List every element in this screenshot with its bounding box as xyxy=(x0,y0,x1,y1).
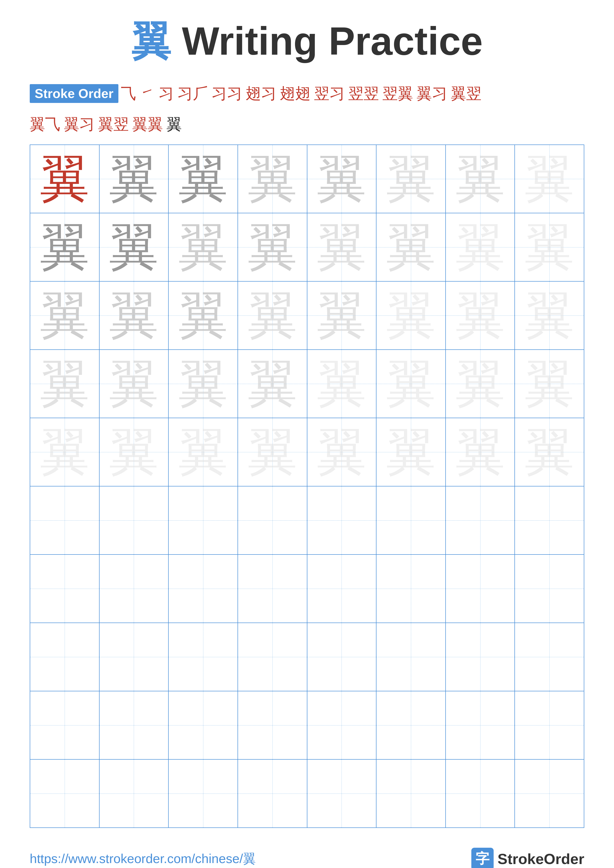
empty-cell-6-5[interactable] xyxy=(307,487,377,554)
empty-cell-8-3[interactable] xyxy=(169,623,238,691)
empty-cell-9-2[interactable] xyxy=(99,691,169,759)
grid-cell-3-7[interactable]: 翼 xyxy=(446,282,515,349)
empty-cell-10-8[interactable] xyxy=(515,760,584,828)
stroke-step-12: 翼翌 xyxy=(451,83,482,104)
empty-cell-7-3[interactable] xyxy=(169,555,238,623)
grid-cell-4-3[interactable]: 翼 xyxy=(169,350,238,418)
empty-cell-9-4[interactable] xyxy=(238,691,307,759)
empty-cell-10-6[interactable] xyxy=(376,760,446,828)
empty-cell-9-6[interactable] xyxy=(376,691,446,759)
practice-char: 翼 xyxy=(109,359,159,409)
grid-cell-1-8[interactable]: 翼 xyxy=(515,145,584,213)
empty-cell-6-4[interactable] xyxy=(238,487,307,554)
stroke-step-5: 习习 xyxy=(211,83,242,104)
grid-cell-3-5[interactable]: 翼 xyxy=(307,282,377,349)
empty-cell-9-5[interactable] xyxy=(307,691,377,759)
stroke-sequence-row1: ⺄ ㇀ 习 习⺁ 习习 翅习 翅翅 翌习 翌翌 翌翼 翼习 翼翌 xyxy=(121,83,482,104)
practice-char: 翼 xyxy=(317,427,366,477)
stroke-order-section: Stroke Order ⺄ ㇀ 习 习⺁ 习习 翅习 翅翅 翌习 翌翌 翌翼 … xyxy=(30,83,584,104)
empty-cell-10-7[interactable] xyxy=(446,760,515,828)
empty-cell-7-7[interactable] xyxy=(446,555,515,623)
grid-cell-3-4[interactable]: 翼 xyxy=(238,282,307,349)
stroke-sequence-row2: 翼⺄ 翼习 翼翌 翼翼 翼 xyxy=(30,114,584,135)
grid-cell-3-3[interactable]: 翼 xyxy=(169,282,238,349)
empty-cell-6-2[interactable] xyxy=(99,487,169,554)
grid-cell-3-1[interactable]: 翼 xyxy=(30,282,99,349)
empty-cell-7-8[interactable] xyxy=(515,555,584,623)
grid-cell-5-4[interactable]: 翼 xyxy=(238,418,307,486)
practice-char: 翼 xyxy=(109,154,159,204)
footer-url[interactable]: https://www.strokeorder.com/chinese/翼 xyxy=(30,850,256,868)
empty-cell-7-4[interactable] xyxy=(238,555,307,623)
empty-cell-10-5[interactable] xyxy=(307,760,377,828)
empty-cell-8-6[interactable] xyxy=(376,623,446,691)
grid-cell-1-3[interactable]: 翼 xyxy=(169,145,238,213)
grid-cell-5-6[interactable]: 翼 xyxy=(376,418,446,486)
grid-cell-4-4[interactable]: 翼 xyxy=(238,350,307,418)
grid-cell-5-7[interactable]: 翼 xyxy=(446,418,515,486)
empty-cell-6-8[interactable] xyxy=(515,487,584,554)
grid-cell-5-5[interactable]: 翼 xyxy=(307,418,377,486)
empty-cell-9-1[interactable] xyxy=(30,691,99,759)
empty-cell-6-7[interactable] xyxy=(446,487,515,554)
grid-cell-5-8[interactable]: 翼 xyxy=(515,418,584,486)
grid-cell-1-5[interactable]: 翼 xyxy=(307,145,377,213)
grid-cell-2-3[interactable]: 翼 xyxy=(169,213,238,281)
grid-row-8 xyxy=(30,623,584,691)
grid-cell-1-2[interactable]: 翼 xyxy=(99,145,169,213)
empty-cell-8-8[interactable] xyxy=(515,623,584,691)
grid-cell-3-8[interactable]: 翼 xyxy=(515,282,584,349)
grid-cell-2-1[interactable]: 翼 xyxy=(30,213,99,281)
stroke-step-8: 翌习 xyxy=(314,83,345,104)
stroke-step-11: 翼习 xyxy=(417,83,447,104)
grid-cell-2-5[interactable]: 翼 xyxy=(307,213,377,281)
empty-cell-8-5[interactable] xyxy=(307,623,377,691)
grid-cell-5-1[interactable]: 翼 xyxy=(30,418,99,486)
grid-cell-2-7[interactable]: 翼 xyxy=(446,213,515,281)
grid-cell-3-2[interactable]: 翼 xyxy=(99,282,169,349)
grid-cell-4-7[interactable]: 翼 xyxy=(446,350,515,418)
grid-cell-4-5[interactable]: 翼 xyxy=(307,350,377,418)
empty-cell-9-3[interactable] xyxy=(169,691,238,759)
empty-cell-8-2[interactable] xyxy=(99,623,169,691)
grid-row-5: 翼 翼 翼 翼 翼 翼 翼 翼 xyxy=(30,418,584,487)
empty-cell-10-1[interactable] xyxy=(30,760,99,828)
empty-cell-7-1[interactable] xyxy=(30,555,99,623)
empty-cell-10-4[interactable] xyxy=(238,760,307,828)
grid-cell-2-4[interactable]: 翼 xyxy=(238,213,307,281)
grid-cell-2-6[interactable]: 翼 xyxy=(376,213,446,281)
grid-cell-2-8[interactable]: 翼 xyxy=(515,213,584,281)
grid-cell-5-3[interactable]: 翼 xyxy=(169,418,238,486)
grid-cell-3-6[interactable]: 翼 xyxy=(376,282,446,349)
empty-cell-10-3[interactable] xyxy=(169,760,238,828)
practice-char: 翼 xyxy=(248,154,297,204)
empty-cell-6-1[interactable] xyxy=(30,487,99,554)
grid-cell-4-8[interactable]: 翼 xyxy=(515,350,584,418)
grid-cell-1-4[interactable]: 翼 xyxy=(238,145,307,213)
grid-cell-2-2[interactable]: 翼 xyxy=(99,213,169,281)
grid-cell-4-2[interactable]: 翼 xyxy=(99,350,169,418)
grid-row-1: 翼 翼 翼 翼 翼 翼 翼 翼 xyxy=(30,145,584,213)
grid-cell-5-2[interactable]: 翼 xyxy=(99,418,169,486)
grid-cell-1-6[interactable]: 翼 xyxy=(376,145,446,213)
empty-cell-9-7[interactable] xyxy=(446,691,515,759)
empty-cell-6-6[interactable] xyxy=(376,487,446,554)
stroke-step-6: 翅习 xyxy=(246,83,277,104)
empty-cell-7-6[interactable] xyxy=(376,555,446,623)
grid-cell-4-1[interactable]: 翼 xyxy=(30,350,99,418)
empty-cell-6-3[interactable] xyxy=(169,487,238,554)
practice-char: 翼 xyxy=(455,222,505,272)
grid-row-2: 翼 翼 翼 翼 翼 翼 翼 翼 xyxy=(30,213,584,282)
empty-cell-8-1[interactable] xyxy=(30,623,99,691)
grid-cell-1-7[interactable]: 翼 xyxy=(446,145,515,213)
page-title: 翼 Writing Practice xyxy=(131,19,483,63)
empty-cell-8-4[interactable] xyxy=(238,623,307,691)
empty-cell-8-7[interactable] xyxy=(446,623,515,691)
empty-cell-7-2[interactable] xyxy=(99,555,169,623)
grid-cell-1-1[interactable]: 翼 xyxy=(30,145,99,213)
empty-cell-9-8[interactable] xyxy=(515,691,584,759)
grid-cell-4-6[interactable]: 翼 xyxy=(376,350,446,418)
stroke-order-badge: Stroke Order xyxy=(30,84,118,103)
empty-cell-10-2[interactable] xyxy=(99,760,169,828)
empty-cell-7-5[interactable] xyxy=(307,555,377,623)
